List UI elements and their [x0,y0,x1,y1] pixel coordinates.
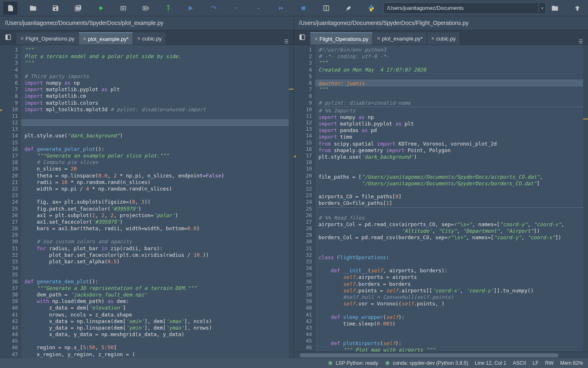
tab-label: plot_example.py* [382,36,423,42]
status-env[interactable]: conda: spyder-dev (Python 3.8.5) [385,360,468,366]
close-icon[interactable]: × [83,36,86,42]
new-file-button[interactable] [3,2,18,15]
left-editor[interactable]: 1234567891011121314151617181920212223242… [0,45,294,358]
svg-rect-7 [6,35,8,40]
close-icon[interactable]: × [314,36,318,42]
debug-step-out-button[interactable] [251,2,265,15]
svg-rect-2 [189,6,189,10]
tab-label: cubic.py [142,36,162,42]
tab-label: Flight_Operations.py [319,36,368,42]
left-tab-options[interactable]: ☰ [279,39,294,45]
status-mem[interactable]: Mem 62% [560,360,583,366]
editor-tab[interactable]: ×cubic.py [427,32,460,45]
status-bar: LSP Python: ready conda: spyder-dev (Pyt… [0,358,588,368]
working-dir-input[interactable] [383,2,539,14]
svg-rect-3 [302,6,305,10]
editor-tab[interactable]: ×Flight_Operations.py [310,32,373,45]
editor-tab[interactable]: ×plot_example.py* [79,32,133,45]
status-cursor-pos[interactable]: Line 12, Col 1 [475,360,506,366]
left-pane-path: /Users/juanitagomez/Documents/SpyderDocs… [0,16,294,30]
svg-point-11 [385,361,389,365]
debug-stop-button[interactable] [296,2,311,15]
run-button[interactable] [94,2,108,15]
editor-tab[interactable]: ×plot_example.py* [373,32,427,45]
status-rw[interactable]: RW [545,360,554,366]
svg-rect-9 [300,35,302,40]
close-icon[interactable]: × [377,35,380,42]
open-file-button[interactable] [26,2,40,15]
close-icon[interactable]: × [20,35,24,42]
file-browser-toggle-right[interactable] [294,30,310,45]
file-browser-toggle[interactable] [0,30,16,45]
browse-dir-button[interactable] [548,2,562,15]
maximize-pane-button[interactable] [319,2,333,15]
debug-continue-button[interactable] [274,2,288,15]
close-icon[interactable]: × [431,35,434,42]
tab-label: plot_example.py* [88,36,129,42]
save-all-button[interactable] [71,2,85,15]
editor-tab[interactable]: ×Flight_Operations.py [16,32,79,45]
left-pane: /Users/juanitagomez/Documents/SpyderDocs… [0,16,294,358]
close-icon[interactable]: × [137,35,140,42]
debug-button[interactable] [184,2,198,15]
run-cell-advance-button[interactable] [138,2,153,15]
right-pane: /Users/juanitagomez/Documents/SpyderDocs… [294,16,588,358]
left-tabs: ×Flight_Operations.py×plot_example.py*×c… [16,32,279,45]
status-encoding[interactable]: ASCII [513,360,526,366]
right-pane-path: /Users/juanitagomez/Documents/SpyderDocs… [294,16,588,30]
run-selection-button[interactable] [161,2,175,15]
save-button[interactable] [48,2,62,15]
svg-point-10 [328,361,332,365]
tab-label: cubic.py [436,36,456,42]
debug-step-button[interactable] [206,2,220,15]
right-tabs: ×Flight_Operations.py×plot_example.py*×c… [310,32,573,45]
right-scrollbar[interactable] [294,352,588,358]
parent-dir-button[interactable] [570,2,585,15]
run-cell-button[interactable] [116,2,130,15]
debug-step-in-button[interactable] [229,2,243,15]
editor-tab[interactable]: ×cubic.py [133,32,166,45]
working-dir-dropdown[interactable]: ▾ [539,2,546,14]
right-editor[interactable]: 1234567891011121314151617181920212223242… [294,45,588,352]
main-toolbar: ▾ [0,0,588,16]
editor-panes: /Users/juanitagomez/Documents/SpyderDocs… [0,16,588,358]
right-tab-options[interactable]: ☰ [573,39,588,45]
preferences-button[interactable] [341,2,356,15]
python-path-button[interactable] [364,2,378,15]
tab-label: Flight_Operations.py [25,36,74,42]
status-eol[interactable]: LF [533,360,539,366]
status-lsp[interactable]: LSP Python: ready [327,360,378,366]
